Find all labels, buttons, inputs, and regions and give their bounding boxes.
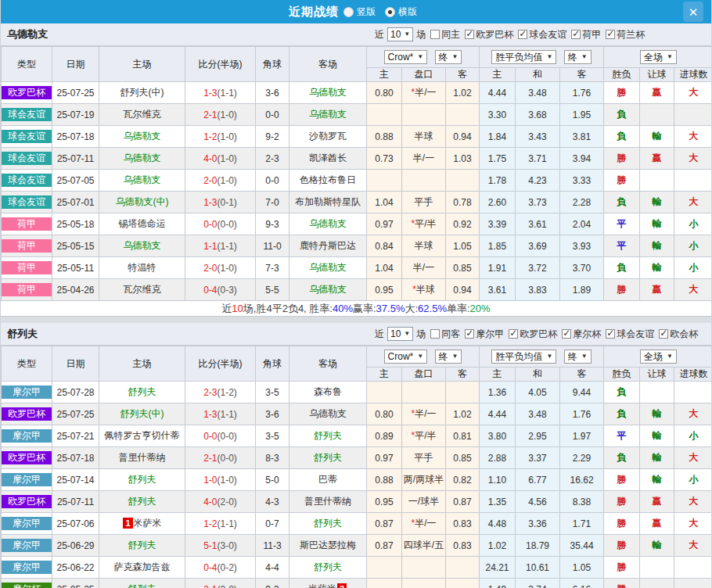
cell-score: 2-1(1-0) (185, 104, 256, 126)
checkbox-checked-icon[interactable] (606, 329, 615, 339)
league-filter-label[interactable]: 荷甲 (582, 29, 601, 40)
same-venue-label[interactable]: 同主 (441, 28, 460, 41)
league-filter[interactable]: 欧会杯 (654, 328, 698, 339)
fulltime-select[interactable]: 全场▼ (640, 50, 677, 64)
league-filter[interactable]: 摩尔甲 (460, 328, 504, 339)
cell-away: 舒列夫 (289, 557, 367, 579)
close-button[interactable]: ✕ (683, 2, 703, 22)
cell-handicap-result: 輸 (640, 403, 674, 425)
cell-wdl-result: 勝 (604, 279, 640, 301)
league-filter-label[interactable]: 荷兰杯 (617, 29, 645, 40)
cell-corner: 9-3 (256, 579, 289, 588)
cell-avg-away: 1.95 (560, 104, 604, 126)
league-filter-label[interactable]: 摩尔杯 (573, 328, 601, 339)
league-filter-label[interactable]: 欧会杯 (670, 328, 698, 339)
away-team: 舒列夫 (314, 452, 342, 463)
cell-avg-away: 35.44 (560, 535, 604, 557)
league-filter[interactable]: 球会友谊 (513, 29, 566, 40)
recent-count-select[interactable]: 10▼ (387, 327, 413, 341)
same-venue-label[interactable]: 同客 (441, 328, 460, 341)
cell-score: 1-3(1-1) (185, 403, 256, 425)
vertical-layout-label[interactable]: 竖版 (357, 5, 376, 19)
cell-home: 特温特 (99, 257, 185, 279)
cell-score: 2-0(1-0) (185, 170, 256, 192)
checkbox-checked-icon[interactable] (465, 329, 474, 339)
away-team: 乌德勒支 (309, 87, 347, 98)
league-filter[interactable]: 欧罗巴杯 (460, 29, 513, 40)
chevron-down-icon: ▼ (667, 351, 673, 362)
away-team: 普里什蒂纳 (304, 496, 351, 507)
cell-away: 鹿特丹斯巴达 (289, 235, 367, 257)
cell-handicap: 平手 (402, 192, 446, 213)
odds-time-select[interactable]: 终▼ (435, 50, 462, 64)
checkbox-checked-icon[interactable] (465, 30, 474, 39)
section-divider (1, 316, 711, 323)
cell-avg-away: 1.97 (560, 425, 604, 447)
league-filter-label[interactable]: 欧罗巴杯 (476, 29, 513, 40)
checkbox-checked-icon[interactable] (562, 329, 571, 339)
cell-score: 1-3(1-1) (185, 82, 256, 104)
checkbox-checked-icon[interactable] (571, 30, 581, 39)
horizontal-layout-radio[interactable] (385, 7, 395, 17)
avg-odds-select[interactable]: 胜平负均值▼ (491, 350, 556, 364)
match-row: 欧罗巴杯25-07-25舒列夫(中)1-3(1-1)3-6乌德勒支0.80*半/… (2, 403, 712, 425)
league-filter[interactable]: 荷兰杯 (601, 29, 645, 40)
horizontal-layout-label[interactable]: 横版 (398, 5, 417, 19)
league-filter[interactable]: 摩尔杯 (557, 328, 601, 339)
cell-type: 欧罗巴杯 (2, 447, 52, 469)
odds-source-select[interactable]: Crow*▼ (384, 50, 428, 64)
same-venue-checkbox[interactable] (430, 30, 440, 39)
cell-corner: 3-6 (256, 82, 289, 104)
cell-type: 摩尔甲 (2, 425, 52, 447)
cell-handicap-result (640, 104, 674, 126)
recent-count-select[interactable]: 10▼ (387, 27, 413, 41)
checkbox-checked-icon[interactable] (659, 329, 668, 339)
cell-avg-draw: 10.61 (516, 557, 560, 579)
league-type-badge: 摩尔杯 (2, 583, 52, 588)
cell-handicap: *半/一 (402, 403, 446, 425)
cell-avg-away: 1.76 (560, 403, 604, 425)
league-filter-label[interactable]: 球会友谊 (529, 29, 566, 40)
cell-home-odds: 0.97 (367, 213, 402, 235)
odds-group-header: Crow*▼ 终▼ (367, 346, 480, 368)
checkbox-checked-icon[interactable] (518, 30, 527, 39)
league-filter-label[interactable]: 球会友谊 (617, 328, 654, 339)
cell-away: 舒列夫 (289, 447, 367, 469)
sub-col-avg-home: 主 (480, 68, 516, 82)
cell-handicap-result: 輸 (640, 235, 674, 257)
avg-odds-select[interactable]: 胜平负均值▼ (491, 50, 556, 64)
vertical-layout-radio[interactable] (343, 7, 354, 17)
fulltime-select[interactable]: 全场▼ (640, 350, 677, 364)
cell-handicap (402, 170, 446, 192)
cell-corner: 0-0 (256, 170, 289, 192)
league-type-badge: 摩尔甲 (2, 473, 52, 486)
avg-time-select[interactable]: 终▼ (564, 350, 592, 364)
avg-time-select[interactable]: 终▼ (564, 50, 592, 64)
cell-wdl-result: 勝 (604, 535, 640, 557)
odds-time-select[interactable]: 终▼ (435, 350, 462, 364)
same-venue-checkbox[interactable] (430, 329, 440, 339)
league-filter-label[interactable]: 欧罗巴杯 (520, 328, 557, 339)
layout-radio-group: 竖版 横版 (340, 5, 423, 19)
home-team: 乌德勒支 (124, 240, 161, 251)
league-type-badge: 球会友谊 (2, 130, 52, 143)
checkbox-checked-icon[interactable] (606, 30, 615, 39)
cell-avg-draw: 4.56 (516, 491, 560, 513)
match-row: 球会友谊25-07-19瓦尔维克2-1(1-0)0-0乌德勒支3.303.681… (2, 104, 712, 126)
league-filter[interactable]: 球会友谊 (601, 328, 654, 339)
league-filter[interactable]: 欧罗巴杯 (504, 328, 557, 339)
cell-wdl-result: 勝 (604, 148, 640, 170)
home-team: 舒列夫 (128, 386, 156, 397)
cell-home-odds: 0.87 (367, 535, 402, 557)
cell-wdl-result: 負 (604, 257, 640, 279)
league-filter-label[interactable]: 摩尔甲 (476, 328, 504, 339)
cell-home: 乌德勒支 (99, 148, 185, 170)
cell-score: 2-1(0-0) (185, 579, 256, 588)
cell-home: 舒列夫 (99, 535, 185, 557)
league-filter[interactable]: 荷甲 (566, 29, 601, 40)
sub-col-handicap-result: 让球 (640, 368, 674, 382)
checkbox-checked-icon[interactable] (509, 329, 518, 339)
cell-home-odds: 0.88 (367, 126, 402, 148)
odds-source-select[interactable]: Crow*▼ (384, 350, 428, 364)
cell-handicap-result (640, 579, 674, 588)
